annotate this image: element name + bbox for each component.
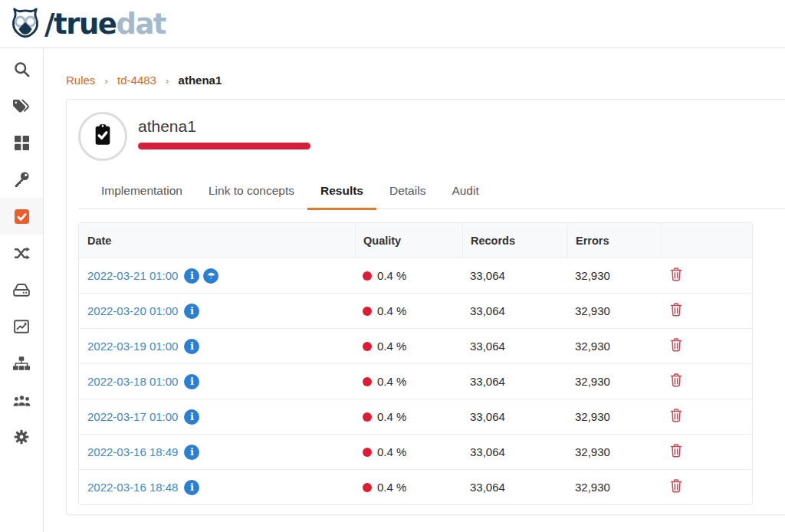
- records-value: 33,064: [462, 269, 567, 282]
- logo-text: /truedat: [44, 10, 166, 38]
- check-square-icon: [15, 209, 29, 224]
- breadcrumb-current: athena1: [179, 74, 222, 87]
- tab-details[interactable]: Details: [376, 184, 438, 209]
- quality-value: 0.4 %: [377, 481, 406, 494]
- info-icon[interactable]: i: [184, 480, 199, 495]
- tags-icon: [13, 99, 30, 113]
- column-header-errors: Errors: [567, 223, 661, 258]
- delete-result-button[interactable]: [670, 444, 682, 460]
- sidebar-item-search[interactable]: [0, 51, 43, 87]
- column-header-quality: Quality: [355, 223, 462, 258]
- sidebar-item-quality[interactable]: [0, 198, 43, 235]
- clipboard-check-icon: [90, 123, 115, 150]
- search-icon: [14, 61, 30, 77]
- quality-value: 0.4 %: [377, 445, 406, 458]
- info-icon[interactable]: i: [184, 339, 199, 354]
- tab-link-to-concepts[interactable]: Link to concepts: [195, 184, 307, 209]
- rule-quality-bar: [138, 143, 310, 149]
- info-icon[interactable]: i: [184, 268, 199, 284]
- info-icon[interactable]: i: [184, 445, 199, 460]
- delete-result-button[interactable]: [670, 303, 682, 319]
- rule-header: athena1: [78, 112, 785, 161]
- sidebar: [0, 48, 44, 532]
- errors-value: 32,930: [567, 445, 661, 458]
- delete-result-button[interactable]: [670, 409, 682, 425]
- info-icon[interactable]: i: [184, 409, 199, 425]
- records-value: 33,064: [462, 410, 567, 423]
- quality-status-dot: [363, 271, 372, 281]
- quality-status-dot: [363, 412, 372, 422]
- delete-result-button[interactable]: [670, 338, 682, 354]
- sidebar-item-data-sources[interactable]: [0, 271, 43, 308]
- quality-status-dot: [363, 377, 372, 386]
- sidebar-item-settings[interactable]: [0, 419, 43, 455]
- result-date-link[interactable]: 2022-03-21 01:00: [87, 269, 178, 282]
- rule-avatar: [78, 112, 127, 161]
- result-date-link[interactable]: 2022-03-16 18:48: [87, 481, 178, 494]
- column-header-records: Records: [462, 223, 567, 258]
- quality-value: 0.4 %: [377, 340, 406, 353]
- tab-results[interactable]: Results: [307, 184, 376, 210]
- result-date-link[interactable]: 2022-03-16 18:49: [87, 445, 178, 458]
- sidebar-item-dashboard[interactable]: [0, 124, 43, 161]
- main-content: Rules › td-4483 › athena1 athena1: [44, 48, 785, 532]
- records-value: 33,064: [462, 304, 567, 317]
- breadcrumb-rule-id[interactable]: td-4483: [117, 74, 156, 87]
- errors-value: 32,930: [567, 481, 661, 494]
- quality-status-dot: [363, 342, 372, 351]
- key-icon: [14, 172, 29, 187]
- delete-result-button[interactable]: [670, 268, 682, 284]
- breadcrumb-separator: ›: [166, 75, 169, 87]
- sidebar-item-permissions[interactable]: [0, 161, 43, 198]
- table-row: 2022-03-16 18:48 i 0.4 % 33,064 32,930: [79, 469, 752, 504]
- column-header-actions: [661, 223, 752, 258]
- umbrella-icon[interactable]: ☂: [203, 268, 218, 284]
- owl-icon: [8, 6, 43, 41]
- records-value: 33,064: [462, 375, 567, 388]
- sitemap-icon: [13, 356, 30, 370]
- errors-value: 32,930: [567, 269, 661, 282]
- sidebar-item-charts[interactable]: [0, 308, 43, 345]
- tab-audit[interactable]: Audit: [438, 184, 491, 209]
- result-date-link[interactable]: 2022-03-19 01:00: [87, 340, 178, 353]
- users-icon: [13, 395, 31, 406]
- records-value: 33,064: [462, 481, 567, 494]
- truedat-logo[interactable]: /truedat: [8, 6, 166, 41]
- delete-result-button[interactable]: [670, 373, 682, 389]
- breadcrumb-rules[interactable]: Rules: [66, 74, 95, 87]
- tab-bar: Implementation Link to concepts Results …: [78, 184, 785, 209]
- quality-status-dot: [363, 307, 372, 316]
- info-icon[interactable]: i: [184, 374, 199, 389]
- tab-implementation[interactable]: Implementation: [88, 184, 195, 209]
- errors-value: 32,930: [567, 304, 661, 317]
- table-row: 2022-03-20 01:00 i 0.4 % 33,064 32,930: [79, 293, 752, 328]
- quality-value: 0.4 %: [377, 410, 406, 423]
- result-date-link[interactable]: 2022-03-20 01:00: [87, 304, 178, 317]
- results-table: Date Quality Records Errors 2022-03-21 0…: [78, 222, 753, 505]
- quality-value: 0.4 %: [377, 375, 406, 388]
- app-header: /truedat: [0, 0, 785, 48]
- table-row: 2022-03-18 01:00 i 0.4 % 33,064 32,930: [79, 363, 752, 399]
- sidebar-item-users[interactable]: [0, 382, 43, 419]
- quality-status-dot: [363, 448, 372, 457]
- table-header-row: Date Quality Records Errors: [79, 223, 752, 258]
- sidebar-item-tags[interactable]: [0, 87, 43, 124]
- quality-value: 0.4 %: [377, 269, 406, 282]
- hard-drive-icon: [13, 283, 30, 297]
- grid-icon: [15, 136, 29, 150]
- table-row: 2022-03-19 01:00 i 0.4 % 33,064 32,930: [79, 328, 752, 363]
- records-value: 33,064: [462, 340, 567, 353]
- sidebar-item-structures[interactable]: [0, 345, 43, 382]
- errors-value: 32,930: [567, 410, 661, 423]
- quality-value: 0.4 %: [377, 304, 406, 317]
- result-date-link[interactable]: 2022-03-17 01:00: [87, 410, 178, 423]
- chart-line-icon: [14, 320, 29, 333]
- delete-result-button[interactable]: [670, 479, 682, 495]
- result-date-link[interactable]: 2022-03-18 01:00: [87, 375, 178, 388]
- column-header-date: Date: [79, 223, 355, 258]
- quality-status-dot: [363, 483, 372, 492]
- sidebar-item-lineage[interactable]: [0, 235, 43, 271]
- errors-value: 32,930: [567, 340, 661, 353]
- info-icon[interactable]: i: [184, 304, 199, 319]
- errors-value: 32,930: [567, 375, 661, 388]
